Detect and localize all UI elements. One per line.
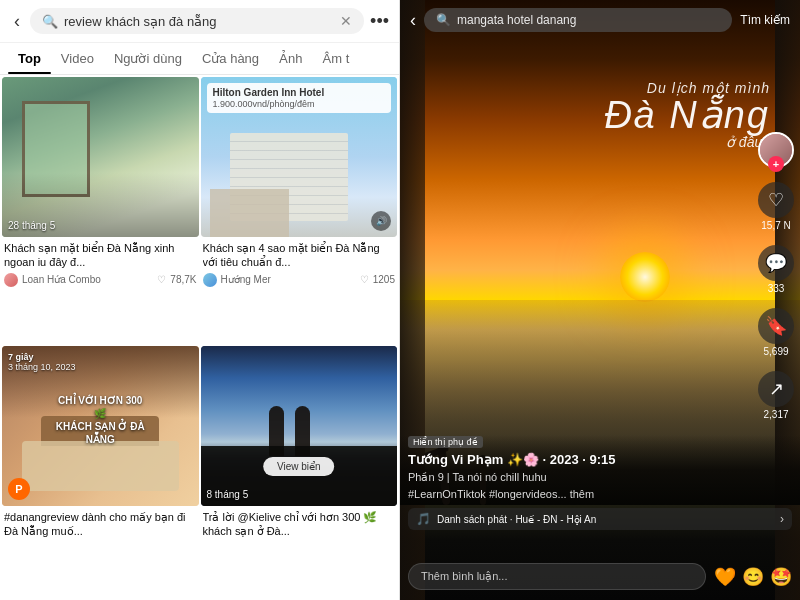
comment-bar: Thêm bình luận... 🧡 😊 🤩 [408,563,792,590]
clear-icon[interactable]: ✕ [340,13,352,29]
right-search-icon: 🔍 [436,13,451,27]
like-icon: ♡ [758,182,794,218]
tab-photo[interactable]: Ảnh [269,43,312,74]
like-count: 15,7 N [761,220,790,231]
right-actions: + ♡ 15,7 N 💬 333 🔖 5,699 ↗ 2,317 [758,132,794,420]
heart-icon-2: ♡ [360,274,369,285]
right-panel: ‹ 🔍 mangata hotel danang Tìm kiếm Du lịc… [400,0,800,600]
search-input-wrap[interactable]: 🔍 review khách sạn đà nẵng ✕ [30,8,364,34]
video-title-overlay: Du lịch một mình Đà Nẵng ở đâu? [430,80,770,150]
avatar-2 [203,273,217,287]
date-badge-4: 8 tháng 5 [207,489,249,500]
share-icon: ↗ [758,371,794,407]
creator-line: Tướng Vi Phạm ✨🌸 · 2023 · 9:15 [408,452,745,467]
back-button[interactable]: ‹ [10,9,24,34]
playlist-bar[interactable]: 🎵 Danh sách phát · Huế - ĐN - Hội An › [408,508,792,530]
video-title-1: Khách sạn mặt biển Đà Nẵng xinh ngoan iu… [4,241,197,270]
video-tags[interactable]: #LearnOnTiktok #longervideos... thêm [408,488,745,500]
video-card-3[interactable]: CHỈ VỚI HƠN 300 🌿 KHÁCH SẠN Ở ĐÀ NẴNG P … [2,346,199,599]
view-btn-4[interactable]: View biển [263,457,335,476]
follow-plus[interactable]: + [768,156,784,172]
creator-avatar: + [758,132,794,168]
overlay-text-3: CHỈ VỚI HƠN 300 🌿 KHÁCH SẠN Ở ĐÀ NẴNG [51,394,149,446]
comment-count: 333 [768,283,785,294]
search-icon: 🔍 [42,14,58,29]
thumb-3: CHỈ VỚI HƠN 300 🌿 KHÁCH SẠN Ở ĐÀ NẴNG P … [2,346,199,506]
volume-icon-2[interactable]: 🔊 [371,211,391,231]
comment-icon: 💬 [758,245,794,281]
right-search-text: mangata hotel danang [457,13,720,27]
music-icon: 🎵 [416,512,431,526]
tab-store[interactable]: Cửa hàng [192,43,269,74]
video-card-1[interactable]: 28 tháng 5 Khách sạn mặt biển Đà Nẵng xi… [2,77,199,344]
author-1: Loan Hứa Combo [22,274,153,285]
date-tag-3: 7 giây 3 tháng 10, 2023 [8,352,76,372]
hotel-overlay-2: Hilton Garden Inn Hotel 1.900.000vnd/phò… [207,83,392,113]
search-text: review khách sạn đà nẵng [64,14,334,29]
hotel-name-2: Hilton Garden Inn Hotel [213,87,386,98]
right-search-button[interactable]: Tìm kiếm [740,13,790,27]
likes-2: 1205 [373,274,395,285]
da-nang-text: Đà Nẵng [430,96,770,134]
room-bed [22,441,179,491]
video-desc-1: Phần 9 | Ta nói nó chill huhu [408,470,745,485]
p-badge-3: P [8,478,30,500]
right-back-button[interactable]: ‹ [410,10,416,31]
video-title-3: #danangreview dành cho mấy bạn đi Đà Nẵn… [4,510,197,539]
tab-audio[interactable]: Âm t [313,43,360,74]
video-meta-2: Hướng Mer ♡ 1205 [203,273,396,287]
video-grid: 28 tháng 5 Khách sạn mặt biển Đà Nẵng xi… [0,75,399,600]
author-2: Hướng Mer [221,274,356,285]
video-card-2[interactable]: Hilton Garden Inn Hotel 1.900.000vnd/phò… [201,77,398,344]
date-badge-1: 28 tháng 5 [8,220,55,231]
bookmark-action[interactable]: 🔖 5,699 [758,308,794,357]
comment-input[interactable]: Thêm bình luận... [408,563,706,590]
hotel-price-2: 1.900.000vnd/phòng/đêm [213,99,386,109]
subtitle-badge[interactable]: Hiển thị phụ đề [408,436,483,448]
o-dau-text: ở đâu? [430,134,770,150]
right-search-wrap[interactable]: 🔍 mangata hotel danang [424,8,732,32]
right-search-bar: ‹ 🔍 mangata hotel danang Tìm kiếm [400,0,800,40]
bookmark-count: 5,699 [763,346,788,357]
video-meta-1: Loan Hứa Combo ♡ 78,7K [4,273,197,287]
heart-icon-1: ♡ [157,274,166,285]
bookmark-icon: 🔖 [758,308,794,344]
avatar-1 [4,273,18,287]
emoji-btn-2[interactable]: 😊 [742,566,764,588]
video-bottom-info: Hiển thị phụ đề Tướng Vi Phạm ✨🌸 · 2023 … [408,436,745,500]
video-info-3: #danangreview dành cho mấy bạn đi Đà Nẵn… [2,506,199,546]
video-card-4[interactable]: 8 tháng 5 View biển Trả lời @Kielive chỉ… [201,346,398,599]
video-info-1: Khách sạn mặt biển Đà Nẵng xinh ngoan iu… [2,237,199,291]
more-button[interactable]: ••• [370,11,389,32]
emoji-buttons: 🧡 😊 🤩 [714,566,792,588]
emoji-btn-1[interactable]: 🧡 [714,566,736,588]
subtitle-indicator: Hiển thị phụ đề [408,436,745,448]
thumb-2: Hilton Garden Inn Hotel 1.900.000vnd/phò… [201,77,398,237]
playlist-text: Danh sách phát · Huế - ĐN - Hội An [437,514,774,525]
chevron-right-icon: › [780,512,784,526]
video-info-4: Trả lời @Kielive chỉ với hơn 300 🌿 khách… [201,506,398,546]
creator-avatar-action[interactable]: + [758,132,794,168]
tab-video[interactable]: Video [51,43,104,74]
search-bar: ‹ 🔍 review khách sạn đà nẵng ✕ ••• [0,0,399,43]
sun-element [620,252,670,302]
thumb-1: 28 tháng 5 [2,77,199,237]
comment-action[interactable]: 💬 333 [758,245,794,294]
video-title-4: Trả lời @Kielive chỉ với hơn 300 🌿 khách… [203,510,396,539]
like-action[interactable]: ♡ 15,7 N [758,182,794,231]
tab-users[interactable]: Người dùng [104,43,192,74]
share-action[interactable]: ↗ 2,317 [758,371,794,420]
share-count: 2,317 [763,409,788,420]
tabs-bar: Top Video Người dùng Cửa hàng Ảnh Âm t [0,43,399,75]
video-title-2: Khách sạn 4 sao mặt biển Đà Nẵng với tiê… [203,241,396,270]
left-panel: ‹ 🔍 review khách sạn đà nẵng ✕ ••• Top V… [0,0,400,600]
thumb-4: 8 tháng 5 View biển [201,346,398,506]
likes-1: 78,7K [170,274,196,285]
emoji-btn-3[interactable]: 🤩 [770,566,792,588]
video-info-2: Khách sạn 4 sao mặt biển Đà Nẵng với tiê… [201,237,398,291]
tab-top[interactable]: Top [8,43,51,74]
